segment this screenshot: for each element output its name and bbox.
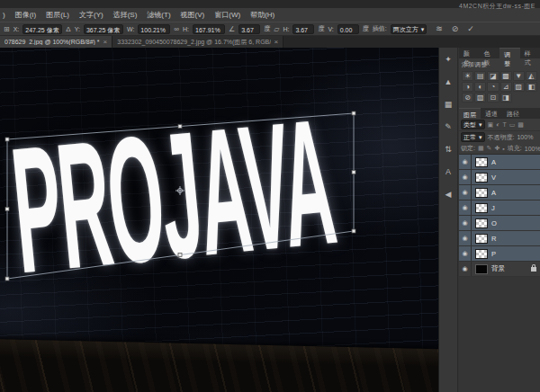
layer-thumbnail[interactable] [475,188,488,198]
tab-layers[interactable]: 图层 [459,108,481,119]
height-scale-input[interactable]: 167.91% [193,24,225,34]
lock-transparency-icon[interactable]: ▦ [478,145,484,152]
layer-name[interactable]: J [491,204,540,212]
dock-panel-icon-3[interactable]: ▦ [442,98,455,111]
layer-name[interactable]: P [491,250,540,258]
layer-thumbnail[interactable] [475,234,488,244]
layer-name[interactable]: O [491,219,540,227]
y-position-input[interactable]: 367.25 像素 [84,24,123,34]
layer-filter-type-select[interactable]: 类型 ▾ [461,120,485,129]
relative-position-icon[interactable]: Δ [66,25,70,33]
document-tab-2[interactable]: 3332302_090450078629_2.jpg @ 16.7%(图层 6,… [112,36,284,48]
menu-item-filter[interactable]: 滤镜(T) [147,10,170,20]
background-layer-row[interactable]: ◉ 背景 [459,262,540,277]
adjustment-icon[interactable]: ◭ [526,71,537,81]
adjustment-icon[interactable]: ▼ [513,71,525,81]
warp-mode-icon[interactable]: ≋ [436,24,443,33]
layer-row[interactable]: ◉ V [459,170,540,185]
tab-paths[interactable]: 路径 [502,108,524,119]
dock-panel-icon-1[interactable]: ✦ [442,53,455,66]
adjustment-icon[interactable]: ▩ [500,71,512,81]
width-scale-input[interactable]: 100.21% [138,24,170,34]
layer-thumbnail[interactable] [475,203,488,213]
menu-item-image[interactable]: 图像(I) [15,10,37,20]
menu-item-layer[interactable]: 图层(L) [46,10,69,20]
layer-name[interactable]: A [491,189,540,197]
layer-name[interactable]: 背景 [491,264,531,273]
opacity-value[interactable]: 100% [517,134,533,140]
adjustment-icon[interactable]: ⊘ [462,93,473,102]
adjustment-icon[interactable]: ▤ [474,71,486,81]
tab-adjustments[interactable]: 调整 [500,48,520,58]
adjustment-icon[interactable]: ☀ [462,71,473,81]
adjustment-icon[interactable]: ▨ [513,82,525,92]
text-layer-projava[interactable]: PROJAVA [5,91,340,299]
adjustment-icon[interactable]: ▧ [474,93,486,102]
lock-pixels-icon[interactable]: ✎ [487,145,492,152]
menu-item-window[interactable]: 窗口(W) [214,10,240,20]
layer-row[interactable]: ◉ O [459,216,540,231]
adjustment-icon[interactable]: ◑ [462,82,473,92]
dock-panel-icon-6[interactable]: A [442,165,455,178]
layer-row[interactable]: ◉ J [459,200,540,216]
tab-channels[interactable]: 通道 [481,108,502,119]
dock-panel-icon-2[interactable]: ▲ [442,76,455,88]
visibility-eye-icon[interactable]: ◉ [459,262,472,276]
visibility-eye-icon[interactable]: ◉ [459,246,472,261]
layer-row[interactable]: ◉ A [459,155,540,170]
layer-name[interactable]: R [491,235,540,243]
close-tab-icon[interactable]: × [274,38,279,46]
tab-swatches[interactable]: 色板 [480,48,500,58]
layer-thumbnail[interactable] [475,173,488,183]
filter-type-icon[interactable]: T [502,121,506,128]
visibility-eye-icon[interactable]: ◉ [459,231,472,245]
filter-shape-icon[interactable]: ▭ [509,121,516,129]
interpolation-select[interactable]: 两次立方 ▾ [391,24,428,34]
menu-item-view[interactable]: 视图(V) [181,10,205,20]
dock-panel-icon-5[interactable]: ⇅ [442,143,455,156]
layer-row[interactable]: ◉ A [459,185,540,200]
filter-adjustment-icon[interactable]: ◐ [496,121,500,128]
tab-color[interactable]: 颜色 [459,48,480,58]
adjustment-icon[interactable]: ◐ [474,82,486,92]
rotation-input[interactable]: 3.67 [238,24,260,34]
layer-thumbnail[interactable] [475,249,488,259]
adjustment-icon[interactable]: ◧ [526,82,537,92]
layer-thumbnail[interactable] [475,264,488,274]
filter-pixel-icon[interactable]: ▣ [488,121,494,129]
skew-h-input[interactable]: 3.67 [292,24,314,34]
fill-value[interactable]: 100% [525,146,540,152]
dock-panel-icon-4[interactable]: ✎ [442,120,455,133]
visibility-eye-icon[interactable]: ◉ [459,155,472,169]
filter-smart-object-icon[interactable]: ▩ [518,121,524,129]
lock-position-icon[interactable]: ✚ [494,145,500,152]
dock-panel-icon-7[interactable]: ◀ [442,188,455,200]
layer-thumbnail[interactable] [475,218,488,228]
document-tab-1[interactable]: 078629_2.jpg @ 100%(RGB/8#) * × [0,36,112,48]
layer-name[interactable]: A [491,158,540,166]
link-dimensions-icon[interactable]: ∞ [174,25,179,33]
document-canvas[interactable]: PROJAVA [0,48,438,392]
lock-all-icon[interactable]: ▪ [502,146,504,152]
visibility-eye-icon[interactable]: ◉ [459,216,472,230]
adjustment-icon[interactable]: ◪ [487,71,499,81]
visibility-eye-icon[interactable]: ◉ [459,170,472,184]
menu-item-help[interactable]: 帮助(H) [250,10,274,20]
commit-transform-button[interactable]: ✓ [467,24,474,33]
adjustment-icon[interactable]: ◨ [500,93,512,102]
menu-item-select[interactable]: 选择(S) [113,10,138,20]
layer-row[interactable]: ◉ R [459,231,540,246]
blend-mode-select[interactable]: 正常 ▾ [461,132,485,142]
reference-point-icon[interactable]: ⊞ [4,25,10,33]
x-position-input[interactable]: 247.25 像素 [22,24,62,34]
adjustment-icon[interactable]: ⊡ [487,93,499,102]
skew-v-input[interactable]: 0.00 [338,24,359,34]
adjustment-icon[interactable]: ◔ [487,82,499,92]
close-tab-icon[interactable]: × [104,38,108,46]
layer-thumbnail[interactable] [475,157,488,167]
adjustment-icon[interactable]: ⊿ [500,82,512,92]
cancel-transform-button[interactable]: ⊘ [452,24,459,33]
layer-name[interactable]: V [491,174,540,182]
visibility-eye-icon[interactable]: ◉ [459,200,472,215]
visibility-eye-icon[interactable]: ◉ [459,185,472,200]
